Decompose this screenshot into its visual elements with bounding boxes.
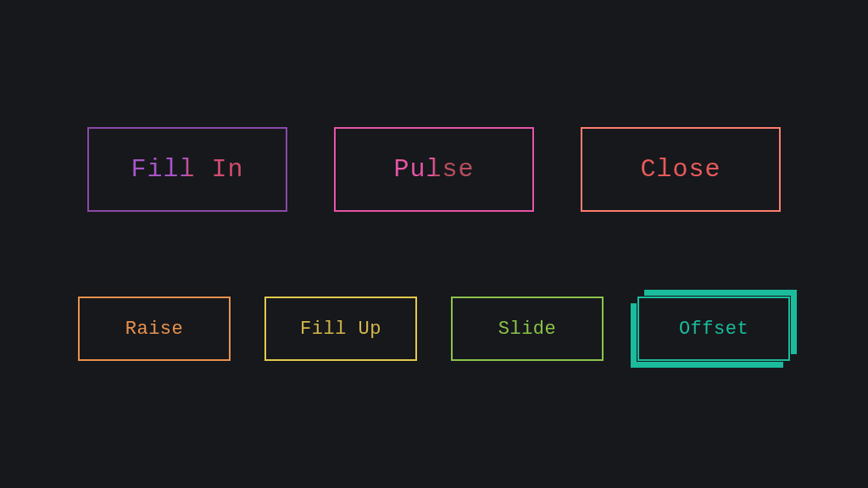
fill-up-button[interactable]: Fill Up	[264, 297, 417, 361]
close-button[interactable]: Close	[581, 127, 781, 212]
button-row-top: Fill In Pulse Close	[87, 127, 781, 212]
button-label: Slide	[498, 319, 557, 340]
pulse-button[interactable]: Pulse	[334, 127, 534, 212]
fill-in-button[interactable]: Fill In	[87, 127, 287, 212]
button-showcase: Fill In Pulse Close Raise Fill Up Slide …	[0, 0, 868, 488]
button-row-bottom: Raise Fill Up Slide Offset	[78, 297, 790, 361]
offset-button[interactable]: Offset	[637, 297, 790, 361]
button-label: Raise	[125, 319, 184, 340]
raise-button[interactable]: Raise	[78, 297, 231, 361]
slide-button[interactable]: Slide	[451, 297, 604, 361]
button-label: Close	[640, 155, 721, 184]
button-label: Fill In	[131, 155, 243, 184]
button-label: Pulse	[393, 155, 474, 184]
button-label: Fill Up	[300, 319, 381, 340]
button-label: Offset	[679, 319, 748, 340]
